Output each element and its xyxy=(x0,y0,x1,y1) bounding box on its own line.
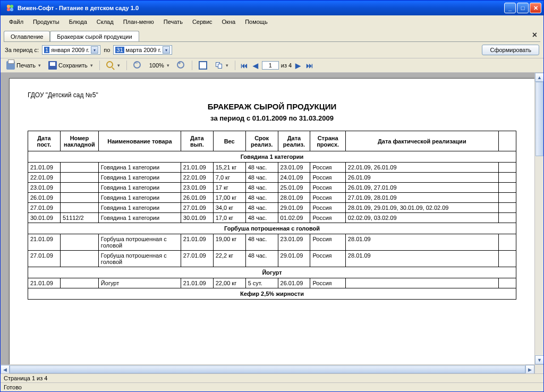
cell: Россия xyxy=(310,193,345,203)
label-period-from: За период с: xyxy=(5,47,39,53)
table-row: 26.01.09Говядина 1 категории26.01.0917,0… xyxy=(28,193,516,203)
table-row: 27.01.09Говядина 1 категории27.01.0934,0… xyxy=(28,203,516,213)
cell xyxy=(498,234,516,251)
table-row: 23.01.09Говядина 1 категории23.01.0917 к… xyxy=(28,183,516,193)
cell: 26.01.09 xyxy=(278,278,310,288)
filter-bar: За период с: 1 января 2009 г. ▾ по 31 ма… xyxy=(1,42,543,58)
cell xyxy=(60,203,98,213)
menu-print[interactable]: Печать xyxy=(159,18,187,26)
col-invoice: Номер накладной xyxy=(60,131,98,151)
cell: 30.01.09 xyxy=(28,213,61,223)
cell xyxy=(498,163,516,173)
scroll-corner xyxy=(534,364,543,373)
cell: Россия xyxy=(310,163,345,173)
cell: 48 час. xyxy=(245,251,278,267)
category-row: Йогурт xyxy=(28,267,516,278)
menu-help[interactable]: Помощь xyxy=(241,18,272,26)
menu-plan[interactable]: План-меню xyxy=(119,18,158,26)
cell: Россия xyxy=(310,213,345,223)
nav-next-button[interactable]: ▶ xyxy=(294,62,302,70)
cell: 26.01.09 xyxy=(345,173,498,183)
cell: 29.01.09 xyxy=(278,203,310,213)
cell: 02.02.09, 03.02.09 xyxy=(345,213,498,223)
cell xyxy=(60,234,98,251)
page-total-label: из 4 xyxy=(281,62,292,69)
nav-prev-button[interactable]: ◀ xyxy=(251,62,260,70)
cell: 30.01.09 xyxy=(181,213,213,223)
cell: 26.01.09, 27.01.09 xyxy=(345,183,498,193)
cell: 01.02.09 xyxy=(278,213,310,223)
cell: Говядина 1 категории xyxy=(98,203,181,213)
menu-windows[interactable]: Окна xyxy=(218,18,240,26)
cell: 28.01.09 xyxy=(278,193,310,203)
date-from-picker[interactable]: 1 января 2009 г. ▾ xyxy=(42,45,100,55)
col-product: Наименование товара xyxy=(98,131,181,151)
menu-service[interactable]: Сервис xyxy=(188,18,217,26)
cell: Россия xyxy=(310,251,345,267)
report-subtitle: за период с 01.01.2009 по 31.03.2009 xyxy=(28,114,516,122)
tab-close-button[interactable]: × xyxy=(529,30,540,42)
menu-file[interactable]: Файл xyxy=(5,18,28,26)
cell: 27.01.09 xyxy=(181,251,213,267)
tab-toc[interactable]: Оглавление xyxy=(4,31,50,42)
tab-active[interactable]: Бракераж сырой продукции xyxy=(50,31,139,42)
nav-first-button[interactable]: ⏮ xyxy=(239,62,249,70)
zoom-value[interactable]: 100%▾ xyxy=(147,61,172,70)
menu-products[interactable]: Продукты xyxy=(29,18,64,26)
horizontal-scrollbar[interactable]: ◀ ▶ xyxy=(1,364,534,373)
cell: Говядина 1 категории xyxy=(98,213,181,223)
cell xyxy=(498,251,516,267)
report-viewport: ГДОУ "Детский сад №5" БРАКЕРАЖ СЫРОЙ ПРО… xyxy=(1,73,543,373)
cell: 17 кг xyxy=(213,183,245,193)
date-to-picker[interactable]: 31 марта 2009 г. ▾ xyxy=(113,45,172,55)
multi-page-icon xyxy=(215,61,223,70)
cell xyxy=(498,213,516,223)
print-button[interactable]: Печать▾ xyxy=(4,60,44,71)
cell xyxy=(60,251,98,267)
scroll-right-button[interactable]: ▶ xyxy=(525,365,534,373)
page-current-input[interactable]: 1 xyxy=(262,61,279,70)
scroll-left-button[interactable]: ◀ xyxy=(1,365,10,373)
nav-last-button[interactable]: ⏭ xyxy=(304,62,314,70)
minimize-button[interactable]: _ xyxy=(504,3,516,13)
scroll-thumb-v[interactable] xyxy=(536,82,543,156)
menu-stock[interactable]: Склад xyxy=(92,18,118,26)
scroll-down-button[interactable]: ▼ xyxy=(535,355,543,364)
close-button[interactable]: ✕ xyxy=(530,3,541,13)
zoom-out-button[interactable] xyxy=(131,60,144,71)
scroll-thumb-h[interactable] xyxy=(10,365,525,373)
cell: Говядина 1 категории xyxy=(98,163,181,173)
maximize-button[interactable]: □ xyxy=(517,3,529,13)
cell: 22.01.09 xyxy=(28,173,61,183)
single-page-button[interactable] xyxy=(196,60,210,71)
menu-dishes[interactable]: Блюда xyxy=(65,18,91,26)
vertical-scrollbar[interactable]: ▲ ▼ xyxy=(534,73,543,364)
find-button[interactable]: ▾ xyxy=(104,60,123,71)
chevron-down-icon[interactable]: ▾ xyxy=(91,46,98,54)
generate-button[interactable]: Сформировать xyxy=(482,45,539,55)
window-buttons: _ □ ✕ xyxy=(504,3,541,13)
tabbar: Оглавление Бракераж сырой продукции × xyxy=(1,28,543,42)
cell: 29.01.09 xyxy=(278,251,310,267)
report-title: БРАКЕРАЖ СЫРОЙ ПРОДУКЦИИ xyxy=(28,102,516,111)
category-row: Говядина 1 категории xyxy=(28,151,516,163)
zoom-in-icon xyxy=(177,61,185,70)
cell: 34,0 кг xyxy=(213,203,245,213)
cell xyxy=(60,193,98,203)
multi-page-button[interactable]: ▾ xyxy=(212,60,231,71)
window-title: Вижен-Софт - Питание в детском саду 1.0 xyxy=(18,5,504,11)
cell: 21.01.09 xyxy=(181,278,213,288)
chevron-down-icon[interactable]: ▾ xyxy=(163,46,170,54)
cell: 24.01.09 xyxy=(278,173,310,183)
cell: 48 час. xyxy=(245,203,278,213)
binoculars-icon xyxy=(106,61,115,70)
save-icon xyxy=(48,61,57,70)
cell xyxy=(498,173,516,183)
save-button[interactable]: Сохранить▾ xyxy=(46,60,96,71)
cell: 23.01.09 xyxy=(278,163,310,173)
single-page-icon xyxy=(199,61,207,70)
cell: 22,00 кг xyxy=(213,278,245,288)
zoom-in-button[interactable] xyxy=(174,60,188,71)
cell: Горбуша потрошенная с головой xyxy=(98,251,181,267)
scroll-up-button[interactable]: ▲ xyxy=(535,73,543,82)
